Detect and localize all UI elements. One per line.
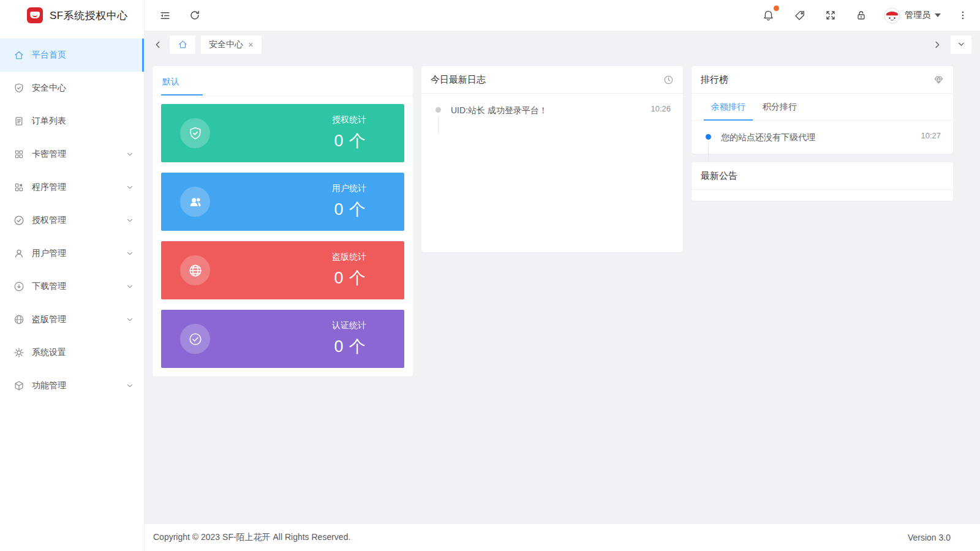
sidebar-item-label: 系统设置 [32,347,66,358]
chevron-down-icon [126,249,134,258]
check-circle-icon [13,215,24,226]
tab-points-ranking[interactable]: 积分排行 [755,94,804,121]
rank-panel-title: 排行榜 [701,74,728,86]
tag-button[interactable] [791,7,808,24]
footer: Copyright © 2023 SF-陌上花开 All Rights Rese… [145,524,980,551]
right-column: 排行榜 余额排行 积分排行 您的站点还没有下级代理 10:27 [692,66,953,201]
sidebar-item-label: 订单列表 [32,116,66,127]
stat-card-value: 0 个 [334,130,366,152]
user-menu[interactable]: 管理员 [884,7,941,24]
main-area: 管理员 安全中心 × [145,0,980,551]
chevron-down-icon [126,216,134,225]
sidebar-item-label: 授权管理 [32,215,66,226]
stat-card-label: 认证统计 [332,320,366,331]
chevron-down-icon [126,381,134,390]
tab-label: 安全中心 [209,39,243,50]
sidebar-item-security-center[interactable]: 安全中心 [0,72,144,105]
clock-icon [663,75,674,85]
rank-panel: 排行榜 余额排行 积分排行 您的站点还没有下级代理 10:27 [692,66,953,154]
notice-panel: 最新公告 [692,162,953,201]
stat-card-certification: 认证统计 0 个 [161,310,404,368]
close-icon[interactable]: × [248,40,254,49]
sidebar-item-label: 安全中心 [32,83,66,94]
timeline-dot [435,107,441,113]
tabs-scroll-right-button[interactable] [931,39,943,51]
notifications-button[interactable] [760,7,777,24]
timeline-dot [706,134,711,140]
home-icon [178,39,188,50]
stat-card-label: 用户统计 [332,183,366,194]
chevron-down-icon [126,315,134,324]
stat-card-label: 盗版统计 [332,252,366,263]
refresh-button[interactable] [187,7,203,23]
sidebar-item-download-management[interactable]: 下载管理 [0,270,144,303]
chevron-down-icon [126,183,134,192]
stat-card-label: 授权统计 [332,114,366,126]
users-icon [180,187,210,217]
more-menu-button[interactable] [956,8,970,23]
sidebar-item-label: 功能管理 [32,380,66,391]
download-icon [13,281,24,292]
sidebar-collapse-button[interactable] [157,7,173,24]
sidebar-item-function-management[interactable]: 功能管理 [0,369,144,402]
stat-card-piracy: 盗版统计 0 个 [161,241,404,299]
sidebar-item-program-management[interactable]: 程序管理 [0,171,144,204]
notice-panel-title: 最新公告 [701,170,737,182]
sidebar-item-card-key-management[interactable]: 卡密管理 [0,138,144,171]
content: 默认 授权统计 0 个 用户统计 [145,58,980,524]
log-entry-time: 10:26 [650,104,671,113]
sidebar-item-label: 程序管理 [32,182,66,193]
tabs-scroll-left-button[interactable] [152,39,164,51]
log-panel-title: 今日最新日志 [431,74,486,86]
stat-card-authorization: 授权统计 0 个 [161,104,404,162]
chevron-down-icon [126,150,134,159]
tab-security-center[interactable]: 安全中心 × [201,36,262,54]
sidebar-item-label: 盗版管理 [32,314,66,325]
app-logo-icon [27,7,43,23]
globe-icon [180,255,210,285]
tabs-dropdown-button[interactable] [951,36,971,54]
sidebar-item-label: 卡密管理 [32,149,66,160]
user-icon [13,248,24,259]
grid-icon [13,149,24,160]
tab-home[interactable] [170,36,195,54]
cube-icon [13,380,24,391]
log-panel: 今日最新日志 UID:站长 成功登录平台！ 10:26 [421,66,683,252]
tab-default[interactable]: 默认 [161,74,203,96]
rank-entry: 您的站点还没有下级代理 10:27 [704,131,941,143]
tab-bar: 安全中心 × [145,31,980,58]
chevron-down-icon [126,282,134,291]
home-icon [13,50,24,61]
sidebar-item-platform-home[interactable]: 平台首页 [0,39,144,72]
stats-tabs: 默认 [153,66,413,96]
log-entry-text: UID:站长 成功登录平台！ [451,104,644,116]
notice-empty-body [692,190,953,201]
sidebar-item-label: 下载管理 [32,281,66,292]
brand: SF系统授权中心 [0,0,144,31]
sidebar-item-user-management[interactable]: 用户管理 [0,237,144,270]
lock-button[interactable] [853,7,869,23]
sidebar-item-system-settings[interactable]: 系统设置 [0,336,144,369]
avatar [884,7,900,24]
fullscreen-button[interactable] [823,7,839,23]
tab-balance-ranking[interactable]: 余额排行 [704,94,753,121]
app-title: SF系统授权中心 [50,9,128,23]
sidebar: SF系统授权中心 平台首页 安全中心 订单列表 卡密管理 [0,0,145,551]
sidebar-item-label: 平台首页 [32,50,66,61]
caret-down-icon [935,13,941,17]
copyright-text: Copyright © 2023 SF-陌上花开 All Rights Rese… [153,532,350,543]
shield-check-icon [13,83,24,94]
stat-card-value: 0 个 [334,267,366,289]
notification-badge [774,6,779,11]
sidebar-item-piracy-management[interactable]: 盗版管理 [0,303,144,336]
sidebar-menu: 平台首页 安全中心 订单列表 卡密管理 程序管理 [0,39,144,402]
user-name: 管理员 [905,10,930,21]
sidebar-item-order-list[interactable]: 订单列表 [0,105,144,138]
stats-panel: 默认 授权统计 0 个 用户统计 [153,66,413,377]
apps-icon [13,182,24,193]
stat-cards: 授权统计 0 个 用户统计 0 个 [153,96,413,377]
log-entry: UID:站长 成功登录平台！ 10:26 [434,104,671,116]
version-text: Version 3.0 [908,533,951,542]
sidebar-item-authorization-management[interactable]: 授权管理 [0,204,144,237]
document-icon [13,116,24,127]
